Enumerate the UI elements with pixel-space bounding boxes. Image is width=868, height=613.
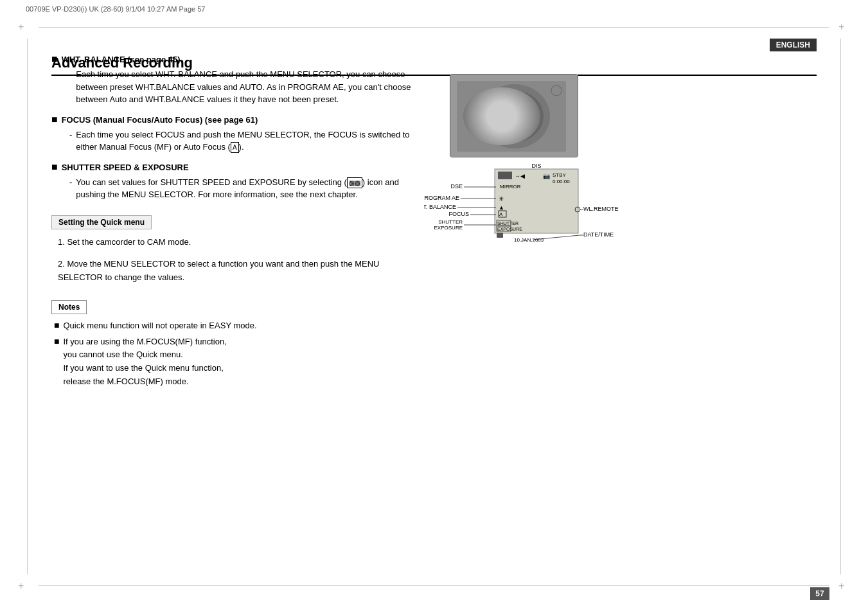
main-content: Advanced Recording ■ WHT. BALANCE (see p… (51, 55, 817, 574)
svg-text:WL.REMOTE: WL.REMOTE (583, 206, 619, 212)
step-2: 2. Move the MENU SELECTOR to select a fu… (58, 258, 424, 285)
diagram-container: DIS →◀ 📷 STBY 0:00:00 DSE MIRROR PROGRAM… (424, 163, 817, 312)
diagram-svg: DIS →◀ 📷 STBY 0:00:00 DSE MIRROR PROGRAM… (424, 163, 636, 310)
notes-label: Notes (51, 300, 87, 314)
svg-text:DIS: DIS (531, 163, 541, 169)
note-item-1: ■ Quick menu function will not operate i… (54, 319, 424, 333)
notes-list: ■ Quick menu function will not operate i… (54, 319, 424, 389)
svg-text:SHUTTER: SHUTTER (438, 219, 463, 225)
svg-text:WHT. BALANCE: WHT. BALANCE (424, 204, 456, 210)
svg-point-8 (551, 85, 562, 96)
camera-svg (450, 75, 578, 157)
svg-text:0:00:00: 0:00:00 (553, 179, 570, 184)
crosshair-top-left (19, 22, 28, 31)
border-bottom (39, 585, 829, 586)
quick-menu-label: Setting the Quick menu (51, 215, 152, 229)
step-1: 1. Set the camcorder to CAM mode. (58, 236, 424, 249)
svg-text:▲: ▲ (499, 204, 504, 211)
wht-balance-text: Each time you select WHT. BALANCE and pu… (76, 68, 424, 106)
crosshair-bottom-left (19, 582, 28, 591)
svg-point-5 (502, 105, 527, 127)
wht-balance-body: - Each time you select WHT. BALANCE and … (51, 68, 424, 106)
svg-text:EXPOSURE: EXPOSURE (434, 225, 463, 231)
svg-point-7 (502, 105, 512, 112)
svg-text:✳: ✳ (499, 195, 504, 202)
svg-text:→◀: →◀ (515, 173, 525, 179)
bullet-shutter: ■ (51, 162, 58, 172)
focus-body: - Each time you select FOCUS and push th… (51, 129, 424, 154)
crosshair-top-right (840, 22, 849, 31)
svg-text:MIRROR: MIRROR (500, 184, 521, 190)
section-focus-header: ■ FOCUS (Manual Focus/Auto Focus) (see p… (51, 115, 424, 125)
note-item-2: ■ If you are using the M.FOCUS(MF) funct… (54, 335, 424, 389)
border-right (840, 39, 841, 574)
shutter-text: You can set values for SHUTTER SPEED and… (76, 176, 424, 201)
svg-rect-11 (498, 172, 512, 179)
note-text-2: If you are using the M.FOCUS(MF) functio… (63, 335, 226, 389)
svg-text:SHUTTER: SHUTTER (497, 221, 518, 226)
focus-title: FOCUS (Manual Focus/Auto Focus) (see pag… (62, 115, 258, 125)
svg-point-4 (494, 98, 535, 134)
focus-text: Each time you select FOCUS and push the … (76, 129, 424, 154)
svg-text:📷: 📷 (543, 172, 551, 180)
shutter-title: SHUTTER SPEED & EXPOSURE (62, 163, 189, 172)
note-text-1: Quick menu function will not operate in … (63, 319, 256, 333)
page-number: 57 (810, 587, 829, 600)
svg-text:PROGRAM AE: PROGRAM AE (424, 195, 459, 201)
left-column: ■ WHT. BALANCE (see page 45) - Each time… (51, 55, 424, 391)
svg-point-2 (479, 84, 550, 148)
svg-text:A: A (499, 211, 503, 217)
section-wht-balance-header: ■ WHT. BALANCE (see page 45) (51, 55, 424, 64)
bullet-wht: ■ (51, 54, 58, 64)
crosshair-bottom-right (840, 582, 849, 591)
header-bar: 00709E VP-D230(i) UK (28-60) 9/1/04 10:2… (26, 5, 842, 13)
section-shutter-header: ■ SHUTTER SPEED & EXPOSURE (51, 163, 424, 172)
svg-text:10.JAN.2003: 10.JAN.2003 (514, 237, 544, 243)
border-left (27, 39, 28, 574)
svg-text:DATE/TIME: DATE/TIME (583, 231, 614, 238)
svg-point-3 (486, 91, 544, 142)
svg-rect-36 (497, 233, 503, 238)
steps-container: 1. Set the camcorder to CAM mode. 2. Mov… (58, 236, 424, 285)
svg-text:EXPOSURE: EXPOSURE (497, 227, 522, 231)
svg-text:STBY: STBY (553, 172, 567, 178)
file-info: 00709E VP-D230(i) UK (28-60) 9/1/04 10:2… (26, 5, 205, 13)
page-container: 00709E VP-D230(i) UK (28-60) 9/1/04 10:2… (0, 0, 868, 613)
focus-icon: A (231, 142, 239, 153)
shutter-icon: ▩▩ (347, 177, 362, 188)
camera-image (450, 74, 578, 157)
svg-point-6 (508, 111, 521, 121)
right-column: DIS →◀ 📷 STBY 0:00:00 DSE MIRROR PROGRAM… (424, 55, 817, 312)
bullet-focus: ■ (51, 114, 58, 125)
shutter-body: - You can set values for SHUTTER SPEED a… (51, 176, 424, 201)
svg-text:DSE: DSE (450, 183, 463, 190)
border-top (39, 27, 829, 28)
wht-balance-title: WHT. BALANCE (see page 45) (62, 55, 181, 64)
svg-text:FOCUS: FOCUS (449, 211, 470, 217)
english-badge: ENGLISH (770, 39, 817, 51)
